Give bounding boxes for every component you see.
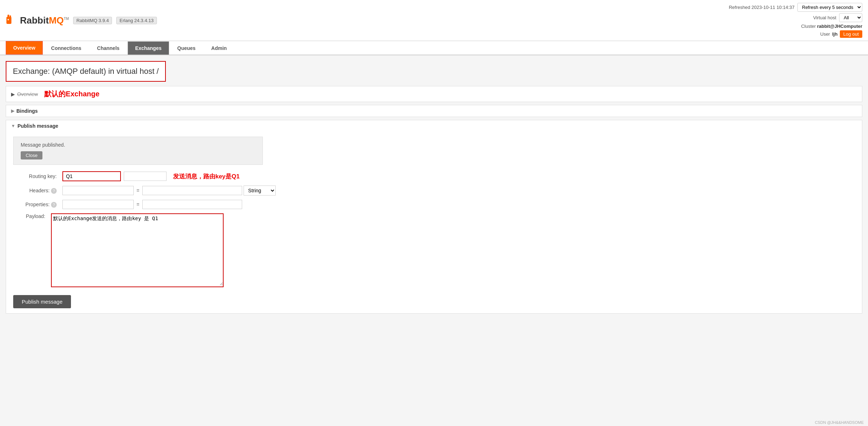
- overview-panel: ▶ Overview 默认的Exchange: [6, 86, 862, 102]
- headers-type-select[interactable]: String Integer Boolean: [244, 186, 276, 196]
- tab-queues[interactable]: Queues: [170, 41, 203, 55]
- annotation-exchange: 默认的Exchange: [44, 89, 99, 99]
- properties-equals: =: [135, 202, 141, 207]
- nav-tabs: Overview Connections Channels Exchanges …: [0, 41, 868, 55]
- vhost-label: Virtual host: [813, 15, 836, 20]
- cluster-info: Cluster rabbit@JHComputer: [801, 24, 862, 29]
- vhost-select[interactable]: All: [839, 13, 862, 22]
- erlang-version-badge: Erlang 24.3.4.13: [116, 17, 157, 24]
- headers-help-icon[interactable]: ?: [51, 188, 57, 194]
- username: ljh: [832, 31, 837, 37]
- tab-exchanges[interactable]: Exchanges: [128, 41, 169, 55]
- svg-point-3: [7, 19, 9, 20]
- logo-area: RabbitMQTM RabbitMQ 3.9.4 Erlang 24.3.4.…: [6, 14, 157, 27]
- properties-key-input[interactable]: [62, 200, 134, 209]
- refresh-interval-select[interactable]: Refresh every 5 seconds: [797, 3, 862, 12]
- routing-key-extra-input[interactable]: [124, 172, 167, 181]
- logout-button[interactable]: Log out: [840, 30, 862, 38]
- publish-message-section: ▼ Publish message Message published. Clo…: [6, 120, 862, 314]
- rabbitmq-logo: RabbitMQTM: [6, 14, 69, 27]
- bindings-panel: ▶ Bindings: [6, 105, 862, 117]
- tab-admin[interactable]: Admin: [204, 41, 234, 55]
- headers-label-cell: Headers: ?: [13, 183, 60, 198]
- overview-section-header[interactable]: ▶ Overview 默认的Exchange: [6, 86, 862, 102]
- properties-row: Properties: ? =: [13, 198, 334, 211]
- refreshed-timestamp: Refreshed 2023-10-11 10:14:37: [729, 5, 795, 10]
- overview-arrow-icon: ▶: [11, 91, 15, 97]
- main-content: Exchange: (AMQP default) in virtual host…: [0, 55, 868, 426]
- routing-key-label: Routing key:: [13, 169, 60, 183]
- message-published-text: Message published.: [21, 142, 255, 148]
- rabbit-icon: [6, 14, 19, 27]
- top-right-controls: Refreshed 2023-10-11 10:14:37 Refresh ev…: [729, 3, 862, 38]
- publish-section-header[interactable]: ▼ Publish message: [6, 120, 862, 132]
- routing-key-input[interactable]: [63, 172, 120, 181]
- overview-label: Overview: [17, 91, 38, 97]
- payload-label: Payload:: [16, 213, 48, 219]
- headers-row: Headers: ? = String Integer Boolean: [13, 183, 334, 198]
- footer-note: CSDN @JH&&HANDSOME: [815, 420, 864, 425]
- properties-help-icon[interactable]: ?: [51, 202, 57, 208]
- svg-rect-2: [10, 15, 11, 18]
- publish-message-button[interactable]: Publish message: [13, 295, 71, 308]
- tab-connections[interactable]: Connections: [44, 41, 89, 55]
- rabbitmq-version-badge: RabbitMQ 3.9.4: [73, 17, 112, 24]
- payload-textarea[interactable]: 默认的Exchange发送的消息，路由key 是 Q1: [52, 214, 223, 285]
- payload-cell: Payload: 默认的Exchange发送的消息，路由key 是 Q1: [13, 211, 334, 289]
- annotation-routing: 发送消息，路由key是Q1: [173, 172, 240, 181]
- routing-key-row: Routing key: 发送消息，路由key是Q1: [13, 169, 334, 183]
- routing-key-cell: 发送消息，路由key是Q1: [60, 169, 334, 183]
- headers-inputs-cell: = String Integer Boolean: [60, 183, 334, 198]
- bindings-arrow-icon: ▶: [11, 108, 14, 113]
- message-published-notification: Message published. Close: [13, 137, 263, 165]
- bindings-label: Bindings: [16, 108, 38, 114]
- properties-value-input[interactable]: [142, 200, 242, 209]
- publish-arrow-icon: ▼: [11, 123, 15, 128]
- svg-rect-1: [7, 15, 9, 18]
- properties-inputs-cell: =: [60, 198, 334, 211]
- payload-textarea-wrapper: 默认的Exchange发送的消息，路由key 是 Q1: [51, 213, 224, 287]
- top-bar: RabbitMQTM RabbitMQ 3.9.4 Erlang 24.3.4.…: [0, 0, 868, 41]
- logo-rabbit-text: RabbitMQTM: [20, 15, 69, 26]
- tab-channels[interactable]: Channels: [90, 41, 127, 55]
- user-area: User ljh Log out: [820, 30, 862, 38]
- payload-row: Payload: 默认的Exchange发送的消息，路由key 是 Q1: [13, 211, 334, 289]
- publish-form-table: Routing key: 发送消息，路由key是Q1: [13, 169, 334, 289]
- page-title: Exchange: (AMQP default) in virtual host…: [13, 67, 159, 76]
- tab-overview[interactable]: Overview: [6, 41, 43, 55]
- properties-label-cell: Properties: ?: [13, 198, 60, 211]
- bindings-section-header[interactable]: ▶ Bindings: [6, 105, 862, 117]
- headers-key-input[interactable]: [62, 186, 134, 195]
- routing-key-input-wrapper: [62, 171, 121, 181]
- page-title-box: Exchange: (AMQP default) in virtual host…: [6, 61, 166, 82]
- close-notification-button[interactable]: Close: [21, 151, 42, 159]
- headers-value-input[interactable]: [142, 186, 242, 195]
- headers-equals: =: [135, 188, 141, 193]
- publish-section-label: Publish message: [17, 123, 58, 129]
